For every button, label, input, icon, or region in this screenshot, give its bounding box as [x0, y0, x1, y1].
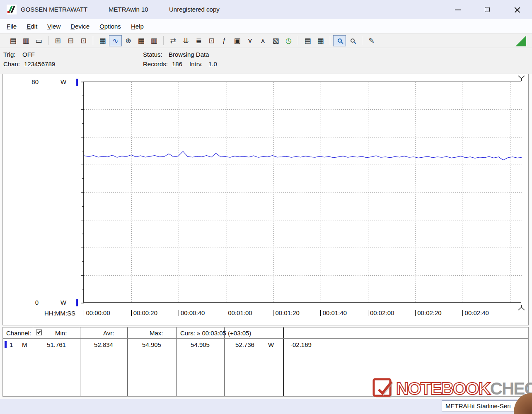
close-button[interactable]	[508, 3, 526, 16]
menu-view[interactable]: View	[42, 21, 65, 31]
channel-setup-icon: ≣	[196, 36, 201, 45]
chan-value: 123456789	[24, 60, 55, 67]
x-tick-mark	[320, 310, 321, 316]
open-data-icon: ▤	[10, 36, 16, 45]
toolbar-separator	[330, 36, 330, 45]
maximize-button[interactable]	[478, 3, 496, 16]
y-unit-bottom-label: W	[60, 299, 66, 306]
x-tick-mark	[462, 310, 463, 316]
chart-panel: 80 W 0 W HH:MM:SS 00:00:0000:00:2000:00:…	[2, 74, 529, 325]
timer-icon[interactable]: ◷	[282, 35, 295, 46]
menu-edit[interactable]: Edit	[22, 21, 42, 31]
x-tick-mark	[226, 310, 226, 316]
window-title-product: METRAwin 10	[109, 6, 148, 13]
trend-plot[interactable]	[83, 82, 521, 303]
meter-display-icon[interactable]: ⊞	[51, 35, 64, 46]
timer-icon: ◷	[285, 36, 292, 45]
minimize-button[interactable]	[449, 3, 467, 16]
memory-icon[interactable]: ▣	[231, 35, 244, 46]
y-max-label: 80	[27, 78, 39, 85]
clipboard-copy-icon[interactable]: ▧	[269, 35, 282, 46]
avr-header: Avr:	[103, 330, 114, 337]
cursor-header: Curs: » 00:03:05 (+03:05)	[180, 330, 251, 337]
trend-chart-icon[interactable]: ∿	[109, 35, 122, 46]
formula-icon[interactable]: ƒ	[218, 35, 231, 46]
device-download-icon: ⇊	[183, 36, 189, 45]
column-divider	[80, 327, 80, 396]
statusbar: METRAHit Starline-Seri	[0, 399, 532, 414]
records-value: 186	[172, 60, 189, 67]
meter-store-icon[interactable]: ⊡	[77, 35, 90, 46]
device-transfer-icon[interactable]: ⇄	[167, 35, 179, 46]
channel-visibility-checkbox[interactable]	[36, 330, 42, 335]
xy-chart-icon: ⊕	[125, 36, 131, 45]
y-min-label: 0	[27, 299, 39, 306]
x-tick-mark	[84, 310, 84, 316]
channel-split-icon[interactable]: ⋎	[244, 35, 256, 46]
menu-options[interactable]: Options	[94, 21, 126, 31]
open-folder-icon[interactable]: ▭	[32, 35, 45, 46]
maximize-icon	[485, 7, 490, 12]
histogram-view-icon[interactable]: ▥	[148, 35, 160, 46]
menu-device[interactable]: Device	[65, 21, 94, 31]
print-preview-icon[interactable]: ▤	[301, 35, 314, 46]
channel-color-marker	[5, 341, 7, 348]
print-icon[interactable]: ▦	[314, 35, 327, 46]
chan-label: Chan:	[3, 60, 24, 67]
titlebar[interactable]: GOSSEN METRAWATT METRAwin 10 Unregistere…	[0, 0, 532, 19]
watermark-text-notebook: NOTEBOOK	[396, 379, 490, 399]
x-tick-mark	[368, 310, 368, 316]
x-tick-label: 00:02:20	[415, 309, 442, 317]
numeric-view-icon[interactable]: ▦	[96, 35, 109, 46]
meter-read-icon[interactable]: ⊟	[64, 35, 77, 46]
window-title-app: GOSSEN METRAWATT	[21, 6, 87, 13]
min-header: Min:	[55, 330, 67, 337]
table-view-icon[interactable]: ▦	[135, 35, 148, 46]
zoom-mode-icon[interactable]	[333, 35, 346, 46]
trend-chart-icon: ∿	[112, 36, 118, 45]
x-tick-mark	[179, 310, 179, 316]
xy-chart-icon[interactable]: ⊕	[122, 35, 135, 46]
x-tick-label: 00:00:00	[84, 309, 110, 317]
toolbar-separator	[163, 36, 164, 45]
annotation-icon: ✎	[368, 36, 374, 45]
channel-id: 1	[10, 341, 13, 348]
table-view-icon: ▦	[138, 36, 144, 45]
monitor-icon[interactable]: ⊡	[205, 35, 218, 46]
toolbar-separator	[362, 36, 362, 45]
column-divider-thick	[283, 327, 284, 396]
save-data-icon[interactable]: ▥	[19, 35, 32, 46]
annotation-icon[interactable]: ✎	[365, 35, 378, 46]
max-header: Max:	[150, 330, 163, 337]
channel-setup-icon[interactable]: ≣	[192, 35, 205, 46]
cursor-handle-top[interactable]	[518, 75, 525, 82]
meter-read-icon: ⊟	[68, 36, 73, 45]
clipboard-copy-icon: ▧	[272, 36, 279, 45]
records-label: Records:	[143, 60, 172, 67]
max-value: 54.905	[127, 341, 176, 348]
x-tick-label: 00:02:40	[462, 309, 489, 317]
channel-color-marker-top	[76, 79, 78, 86]
menu-file[interactable]: File	[2, 21, 22, 31]
device-download-icon[interactable]: ⇊	[179, 35, 192, 46]
check-icon	[37, 330, 41, 334]
intrv-value: 1.0	[208, 60, 217, 67]
menu-help[interactable]: Help	[126, 21, 149, 31]
channel-merge-icon[interactable]: ⋏	[256, 35, 269, 46]
x-tick-label: 00:01:20	[273, 309, 300, 317]
status-label: Status:	[143, 51, 169, 58]
corner-indicator-icon[interactable]	[515, 36, 526, 46]
x-tick-label: 00:02:00	[368, 309, 394, 317]
status-row: Status:Browsing Data	[143, 51, 209, 58]
open-data-icon[interactable]: ▤	[7, 35, 19, 46]
column-divider	[224, 327, 225, 396]
x-tick-label: 00:00:40	[179, 309, 205, 317]
zoom-out-icon[interactable]	[346, 35, 359, 46]
app-logo-icon	[7, 5, 17, 14]
window-title-status: Unregistered copy	[169, 6, 220, 13]
avr-value: 52.834	[80, 341, 127, 348]
column-divider	[127, 327, 128, 396]
zoom-out-icon	[351, 39, 355, 43]
trend-line-channel1	[84, 152, 522, 160]
channel-mode: M	[22, 341, 27, 348]
